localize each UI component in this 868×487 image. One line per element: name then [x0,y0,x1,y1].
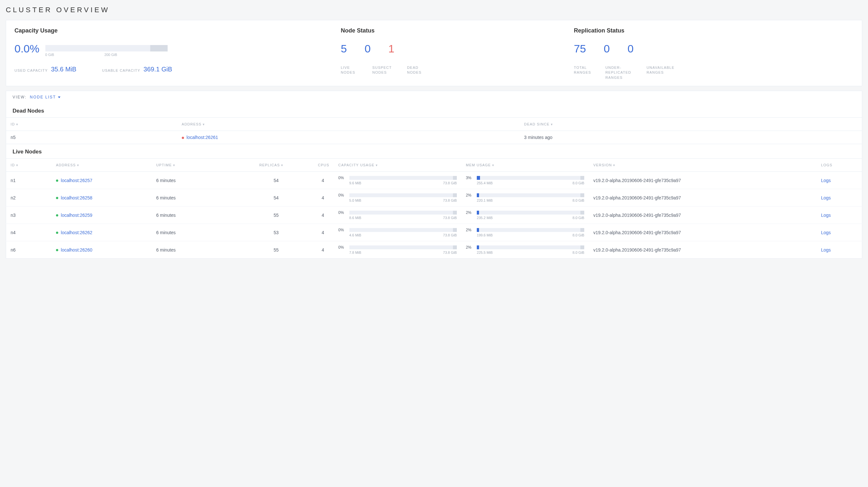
unavailable-ranges-count: 0 [627,42,633,55]
dead-nodes-table: ID▼ ADDRESS▼ DEAD SINCE▼ n5localhost:262… [6,118,862,144]
replication-block: Replication Status 75 0 0 TOTAL RANGES U… [574,27,854,80]
table-row: n4localhost:262626 minutes5340%4.6 MiB73… [6,224,862,241]
cell-uptime: 6 minutes [152,206,224,224]
usable-capacity-value: 369.1 GiB [144,66,172,73]
status-dot-icon [56,249,58,251]
col-id[interactable]: ID▼ [6,118,177,131]
logs-link[interactable]: Logs [821,230,831,235]
cell-address: localhost:26262 [52,224,152,241]
under-replicated-label: UNDER-REPLICATED RANGES [606,65,638,80]
col-replicas[interactable]: REPLICAS▼ [224,159,288,172]
usable-capacity: USABLE CAPACITY 369.1 GiB [102,66,172,73]
cell-replicas: 54 [224,172,288,189]
cell-replicas: 55 [224,241,288,259]
cell-cpus: 4 [288,189,334,206]
cell-capacity-usage: 0%5.0 MiB73.8 GiB [334,189,461,206]
address-link[interactable]: localhost:26261 [187,135,218,140]
dead-nodes-label: DEAD NODES [407,65,426,75]
address-link[interactable]: localhost:26262 [61,230,92,235]
cell-address: localhost:26258 [52,189,152,206]
cell-capacity-usage: 0%4.6 MiB73.8 GiB [334,224,461,241]
logs-link[interactable]: Logs [821,247,831,253]
suspect-nodes-count: 0 [365,42,371,55]
table-row: n5localhost:262613 minutes ago [6,131,862,144]
address-link[interactable]: localhost:26260 [61,247,92,253]
cell-mem-usage: 2%199.6 MiB8.0 GiB [461,224,589,241]
status-dot-icon [56,232,58,234]
cell-id: n3 [6,206,52,224]
cell-mem-usage: 2%225.5 MiB8.0 GiB [461,241,589,259]
view-selector[interactable]: NODE LIST [30,95,60,99]
cell-uptime: 6 minutes [152,172,224,189]
cell-uptime: 6 minutes [152,189,224,206]
cell-version: v19.2.0-alpha.20190606-2491-gfe735c9a97 [589,189,816,206]
table-row: n6localhost:262606 minutes5540%7.8 MiB73… [6,241,862,259]
view-bar: VIEW: NODE LIST [6,91,862,103]
dead-nodes-title: Dead Nodes [6,103,862,118]
col-logs: LOGS [816,159,862,172]
col-version[interactable]: VERSION▼ [589,159,816,172]
cell-capacity-usage: 0%9.6 MiB73.8 GiB [334,172,461,189]
cell-id: n2 [6,189,52,206]
col-address[interactable]: ADDRESS▼ [52,159,152,172]
col-mem-usage[interactable]: MEM USAGE▼ [461,159,589,172]
col-uptime[interactable]: UPTIME▼ [152,159,224,172]
capacity-bar-label-0: 0 GiB [45,53,54,57]
replication-title: Replication Status [574,27,854,34]
col-cpus[interactable]: CPUS [288,159,334,172]
stats-panel: Capacity Usage 0.0% 0 GiB 200 GiB [6,20,862,86]
address-link[interactable]: localhost:26259 [61,213,92,218]
page-title: CLUSTER OVERVIEW [6,6,862,14]
cell-dead-since: 3 minutes ago [520,131,862,144]
address-link[interactable]: localhost:26257 [61,178,92,183]
cell-replicas: 53 [224,224,288,241]
logs-link[interactable]: Logs [821,213,831,218]
cell-mem-usage: 2%220.1 MiB8.0 GiB [461,189,589,206]
cell-logs: Logs [816,241,862,259]
view-value: NODE LIST [30,95,56,99]
cell-address: localhost:26261 [177,131,520,144]
cell-version: v19.2.0-alpha.20190606-2491-gfe735c9a97 [589,241,816,259]
cell-address: localhost:26257 [52,172,152,189]
cell-replicas: 55 [224,206,288,224]
node-status-block: Node Status 5 0 1 LIVE NODES SUSPECT NOD… [341,27,574,80]
suspect-nodes-label: SUSPECT NODES [372,65,395,75]
live-nodes-title: Live Nodes [6,144,862,158]
status-dot-icon [56,180,58,182]
cell-mem-usage: 3%255.4 MiB8.0 GiB [461,172,589,189]
capacity-title: Capacity Usage [14,27,341,34]
cell-capacity-usage: 0%7.8 MiB73.8 GiB [334,241,461,259]
status-dot-icon [56,214,58,217]
logs-link[interactable]: Logs [821,178,831,183]
cell-replicas: 54 [224,189,288,206]
table-row: n3localhost:262596 minutes5540%8.6 MiB73… [6,206,862,224]
cell-version: v19.2.0-alpha.20190606-2491-gfe735c9a97 [589,224,816,241]
live-nodes-label: LIVE NODES [341,65,360,75]
col-dead-since[interactable]: DEAD SINCE▼ [520,118,862,131]
live-nodes-count: 5 [341,42,347,55]
cell-capacity-usage: 0%8.6 MiB73.8 GiB [334,206,461,224]
node-status-title: Node Status [341,27,574,34]
cell-logs: Logs [816,206,862,224]
under-replicated-count: 0 [603,42,610,55]
col-capacity-usage[interactable]: CAPACITY USAGE▼ [334,159,461,172]
used-capacity-label: USED CAPACITY [14,68,48,73]
col-id[interactable]: ID▼ [6,159,52,172]
cell-logs: Logs [816,189,862,206]
address-link[interactable]: localhost:26258 [61,195,92,200]
table-row: n2localhost:262586 minutes5440%5.0 MiB73… [6,189,862,206]
cell-id: n4 [6,224,52,241]
cell-version: v19.2.0-alpha.20190606-2491-gfe735c9a97 [589,206,816,224]
cell-uptime: 6 minutes [152,241,224,259]
cell-cpus: 4 [288,241,334,259]
col-address[interactable]: ADDRESS▼ [177,118,520,131]
cell-id: n6 [6,241,52,259]
cell-id: n5 [6,131,177,144]
cell-cpus: 4 [288,224,334,241]
cell-cpus: 4 [288,172,334,189]
cell-logs: Logs [816,172,862,189]
logs-link[interactable]: Logs [821,195,831,200]
caret-down-icon [58,97,60,98]
capacity-bar-label-1: 200 GiB [104,53,117,57]
cell-cpus: 4 [288,206,334,224]
